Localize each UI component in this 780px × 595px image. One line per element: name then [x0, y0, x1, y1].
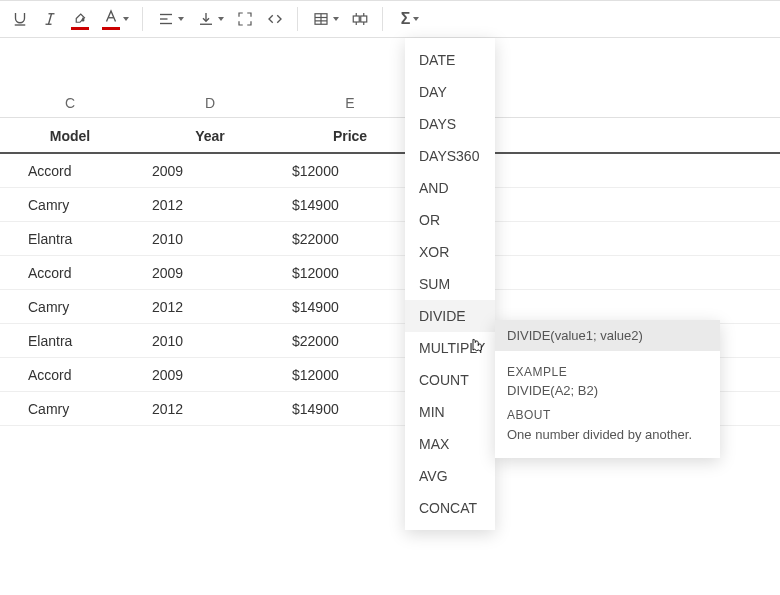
cell-model[interactable]: Camry [0, 392, 140, 425]
horizontal-align-button[interactable] [151, 5, 189, 33]
cell-year[interactable]: 2012 [140, 392, 280, 425]
cell-year[interactable]: 2009 [140, 256, 280, 289]
table-row: Camry2012$14900 [0, 290, 780, 324]
align-left-icon [157, 10, 175, 28]
underline-button[interactable] [6, 5, 34, 33]
text-color-icon [102, 8, 120, 30]
insert-table-icon [312, 10, 330, 28]
cell-price[interactable]: $12000 [280, 358, 420, 391]
function-item-concat[interactable]: CONCAT [405, 492, 495, 524]
column-header[interactable]: C [0, 88, 140, 117]
svg-rect-14 [361, 16, 367, 22]
function-item-date[interactable]: DATE [405, 44, 495, 76]
svg-rect-13 [353, 16, 359, 22]
table-row: Accord2009$12000 [0, 256, 780, 290]
function-item-day[interactable]: DAY [405, 76, 495, 108]
column-header[interactable]: E [280, 88, 420, 117]
table-row: Elantra2010$22000 [0, 222, 780, 256]
cell-year[interactable]: 2012 [140, 290, 280, 323]
table-header-cell[interactable]: Year [140, 118, 280, 152]
cell-model[interactable]: Camry [0, 290, 140, 323]
table-header-cell[interactable]: Model [0, 118, 140, 152]
column-header[interactable]: D [140, 88, 280, 117]
function-item-days[interactable]: DAYS [405, 108, 495, 140]
cell-year[interactable]: 2009 [140, 358, 280, 391]
italic-button[interactable] [36, 5, 64, 33]
chevron-down-icon [413, 17, 419, 21]
cell-model[interactable]: Accord [0, 358, 140, 391]
fill-color-button[interactable] [66, 5, 94, 33]
function-item-min[interactable]: MIN [405, 396, 495, 428]
function-item-multiply[interactable]: MULTIPLY [405, 332, 495, 364]
cell-year[interactable]: 2012 [140, 188, 280, 221]
tooltip-description: One number divided by another. [507, 426, 708, 444]
cell-year[interactable]: 2010 [140, 324, 280, 357]
expand-button[interactable] [231, 5, 259, 33]
cell-model[interactable]: Elantra [0, 324, 140, 357]
function-item-or[interactable]: OR [405, 204, 495, 236]
vertical-align-bottom-icon [197, 10, 215, 28]
cell-model[interactable]: Accord [0, 256, 140, 289]
function-item-count[interactable]: COUNT [405, 364, 495, 396]
cell-year[interactable]: 2010 [140, 222, 280, 255]
cell-price[interactable]: $14900 [280, 290, 420, 323]
cell-price[interactable]: $14900 [280, 392, 420, 425]
toolbar-separator [142, 7, 143, 31]
toolbar: Σ [0, 0, 780, 38]
code-button[interactable] [261, 5, 289, 33]
formula-sum-icon: Σ [401, 10, 411, 28]
fill-color-icon [71, 8, 89, 30]
tooltip-example-heading: EXAMPLE [507, 365, 708, 379]
cell-price[interactable]: $12000 [280, 256, 420, 289]
code-icon [266, 10, 284, 28]
cell-model[interactable]: Camry [0, 188, 140, 221]
chevron-down-icon [123, 17, 129, 21]
cell-price[interactable]: $22000 [280, 222, 420, 255]
column-header-row: C D E [0, 88, 780, 118]
cell-year[interactable]: 2009 [140, 154, 280, 187]
cell-price[interactable]: $12000 [280, 154, 420, 187]
function-dropdown: DATEDAYDAYSDAYS360ANDORXORSUMDIVIDEMULTI… [405, 38, 495, 530]
chevron-down-icon [178, 17, 184, 21]
table-row: Accord2009$12000 [0, 154, 780, 188]
chevron-down-icon [333, 17, 339, 21]
italic-icon [41, 10, 59, 28]
vertical-align-button[interactable] [191, 5, 229, 33]
underline-icon [11, 10, 29, 28]
table-header-row: Model Year Price [0, 118, 780, 154]
tooltip-about-heading: ABOUT [507, 408, 708, 422]
toolbar-separator [297, 7, 298, 31]
insert-table-button[interactable] [306, 5, 344, 33]
toolbar-separator [382, 7, 383, 31]
tooltip-example: DIVIDE(A2; B2) [507, 383, 708, 398]
table-options-button[interactable] [346, 5, 374, 33]
function-item-avg[interactable]: AVG [405, 460, 495, 492]
cell-price[interactable]: $22000 [280, 324, 420, 357]
tooltip-signature: DIVIDE(value1; value2) [495, 320, 720, 351]
cell-price[interactable]: $14900 [280, 188, 420, 221]
table-header-cell[interactable]: Price [280, 118, 420, 152]
table-row: Camry2012$14900 [0, 188, 780, 222]
table-options-icon [351, 10, 369, 28]
function-item-max[interactable]: MAX [405, 428, 495, 460]
function-item-and[interactable]: AND [405, 172, 495, 204]
text-color-button[interactable] [96, 5, 134, 33]
function-item-xor[interactable]: XOR [405, 236, 495, 268]
function-item-sum[interactable]: SUM [405, 268, 495, 300]
chevron-down-icon [218, 17, 224, 21]
cell-model[interactable]: Accord [0, 154, 140, 187]
expand-icon [236, 10, 254, 28]
function-tooltip: DIVIDE(value1; value2) EXAMPLE DIVIDE(A2… [495, 320, 720, 458]
cell-model[interactable]: Elantra [0, 222, 140, 255]
function-item-divide[interactable]: DIVIDE [405, 300, 495, 332]
function-item-days360[interactable]: DAYS360 [405, 140, 495, 172]
svg-line-3 [49, 14, 52, 25]
formula-button[interactable]: Σ [391, 5, 429, 33]
